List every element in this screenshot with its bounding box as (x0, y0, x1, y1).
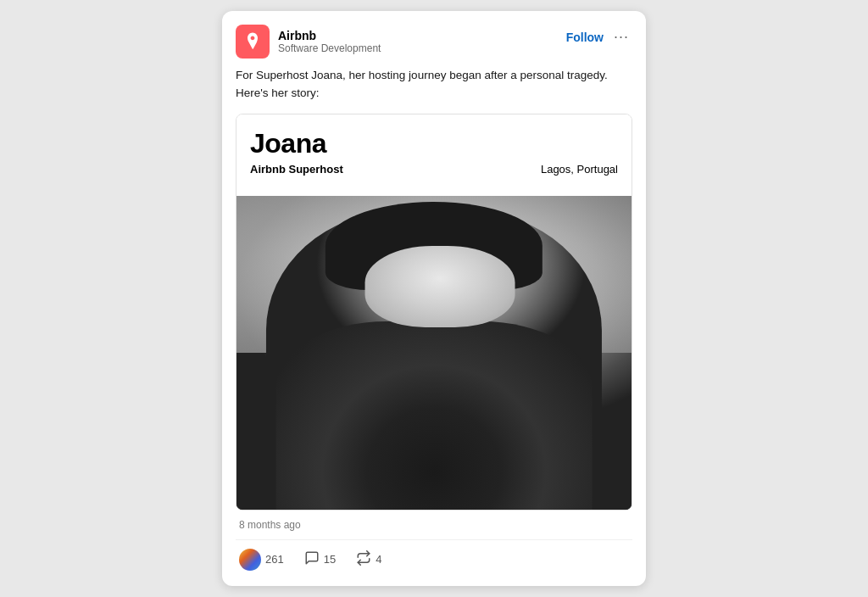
post-text: For Superhost Joana, her hosting journey… (236, 67, 632, 102)
reactions-count: 261 (265, 553, 284, 566)
more-options-button[interactable]: ··· (610, 25, 632, 49)
post-actions: 261 15 4 (236, 539, 632, 576)
follow-button[interactable]: Follow (566, 27, 604, 47)
header-actions: Follow ··· (566, 25, 632, 49)
post-timestamp: 8 months ago (236, 519, 632, 531)
company-name[interactable]: Airbnb (278, 29, 381, 43)
company-logo[interactable] (236, 25, 270, 59)
company-subtitle: Software Development (278, 42, 381, 54)
reactions-button[interactable]: 261 (236, 544, 287, 576)
portrait-clothes (276, 321, 593, 510)
portrait-face (365, 246, 515, 327)
story-image (236, 196, 632, 510)
post-header: Airbnb Software Development Follow ··· (236, 25, 632, 59)
story-content: Joana Airbnb Superhost Lagos, Portugal (236, 114, 632, 196)
company-info: Airbnb Software Development (278, 29, 381, 55)
comment-icon (304, 550, 320, 568)
person-name: Joana (250, 128, 618, 159)
person-title: Airbnb Superhost (250, 163, 343, 176)
reposts-count: 4 (376, 553, 381, 566)
post-card: Airbnb Software Development Follow ··· F… (222, 11, 646, 586)
comments-button[interactable]: 15 (301, 545, 339, 573)
person-location: Lagos, Portugal (541, 163, 618, 176)
person-details: Airbnb Superhost Lagos, Portugal (250, 163, 618, 176)
comments-count: 15 (324, 553, 336, 566)
company-header-left: Airbnb Software Development (236, 25, 381, 59)
reposts-button[interactable]: 4 (353, 545, 385, 573)
reaction-ring-icon (239, 549, 261, 571)
repost-icon (356, 550, 371, 568)
story-card: Joana Airbnb Superhost Lagos, Portugal (236, 114, 632, 511)
